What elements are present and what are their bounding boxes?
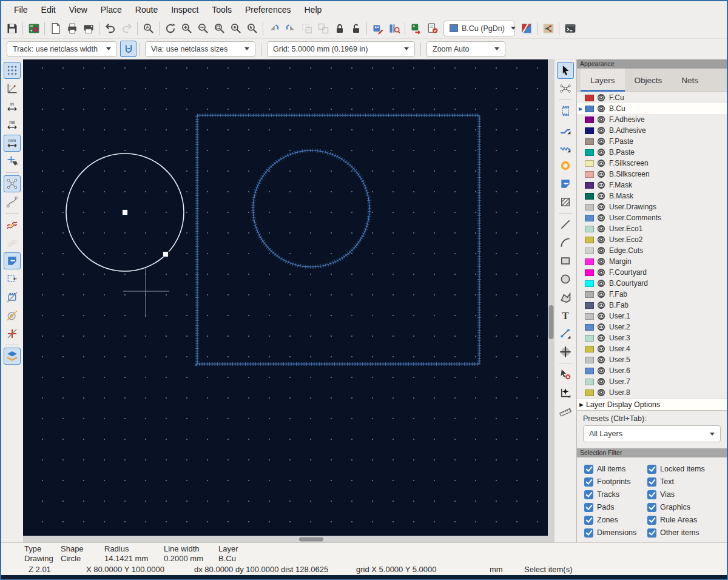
layer-row-user-drawings[interactable]: User.Drawings bbox=[577, 201, 727, 212]
visibility-eye-icon[interactable] bbox=[597, 366, 605, 375]
layer-color-swatch[interactable] bbox=[585, 357, 594, 363]
design-rules-check-button[interactable] bbox=[424, 20, 440, 36]
edit-handle-center[interactable] bbox=[123, 210, 128, 215]
visibility-eye-icon[interactable] bbox=[597, 301, 605, 309]
rotate-ccw-button[interactable] bbox=[266, 20, 282, 36]
zoom-in-button[interactable] bbox=[178, 20, 195, 36]
visibility-eye-icon[interactable] bbox=[597, 235, 605, 244]
visibility-eye-icon[interactable] bbox=[597, 388, 605, 397]
tab-layers[interactable]: Layers bbox=[581, 69, 625, 92]
crosshair-style-button[interactable] bbox=[4, 153, 21, 170]
visibility-eye-icon[interactable] bbox=[597, 126, 605, 135]
filter-checkbox-vias[interactable]: Vias bbox=[647, 489, 727, 500]
edit-footprint-button[interactable] bbox=[369, 20, 386, 36]
filter-checkbox-locked-items[interactable]: Locked items bbox=[647, 464, 727, 474]
layer-color-swatch[interactable] bbox=[585, 127, 594, 134]
layer-color-swatch[interactable] bbox=[585, 379, 594, 385]
tab-objects[interactable]: Objects bbox=[625, 69, 672, 92]
visibility-eye-icon[interactable] bbox=[597, 137, 605, 146]
layer-row-margin[interactable]: Margin bbox=[577, 256, 727, 267]
add-dimension-button[interactable] bbox=[557, 325, 574, 342]
board-setup-button[interactable] bbox=[25, 20, 42, 36]
layer-color-swatch[interactable] bbox=[585, 215, 594, 221]
active-layer-selector[interactable]: B.Cu (PgDn) bbox=[443, 21, 515, 36]
sketch-footprints-button[interactable] bbox=[4, 289, 21, 306]
sketch-pads-button[interactable] bbox=[4, 307, 21, 324]
show-ratsnest-button[interactable] bbox=[4, 175, 21, 192]
visibility-eye-icon[interactable] bbox=[597, 246, 605, 255]
layer-color-swatch[interactable] bbox=[585, 138, 594, 145]
plot-button[interactable] bbox=[80, 20, 96, 36]
layer-row-user-2[interactable]: User.2 bbox=[577, 322, 727, 332]
group-items-button[interactable] bbox=[298, 20, 315, 36]
visibility-eye-icon[interactable] bbox=[597, 224, 605, 233]
visibility-eye-icon[interactable] bbox=[597, 334, 605, 342]
sketch-vias-button[interactable] bbox=[4, 325, 21, 342]
visibility-eye-icon[interactable] bbox=[597, 356, 605, 364]
polar-coordinates-button[interactable]: r bbox=[4, 80, 21, 97]
layer-display-options-expander[interactable]: ▶ Layer Display Options bbox=[577, 399, 727, 410]
visibility-eye-icon[interactable] bbox=[597, 115, 605, 124]
add-target-button[interactable] bbox=[557, 343, 574, 360]
add-via-button[interactable] bbox=[557, 157, 574, 174]
zoom-out-button[interactable] bbox=[195, 20, 211, 36]
undo-button[interactable] bbox=[102, 20, 118, 36]
layer-row-b-fab[interactable]: B.Fab bbox=[577, 300, 727, 311]
add-arc-button[interactable] bbox=[557, 234, 574, 251]
visibility-eye-icon[interactable] bbox=[597, 268, 605, 277]
zoom-to-selection-button[interactable] bbox=[244, 20, 260, 36]
measure-button[interactable] bbox=[557, 402, 574, 419]
layer-color-swatch[interactable] bbox=[585, 182, 594, 189]
layer-color-swatch[interactable] bbox=[585, 258, 594, 265]
add-footprint-button[interactable] bbox=[557, 103, 574, 120]
menu-item-inspect[interactable]: Inspect bbox=[164, 2, 205, 17]
layer-color-swatch[interactable] bbox=[585, 335, 594, 342]
layer-row-b-courtyard[interactable]: B.Courtyard bbox=[577, 278, 727, 289]
filter-checkbox-graphics[interactable]: Graphics bbox=[647, 502, 727, 513]
vertical-scrollbar-handle[interactable] bbox=[549, 305, 554, 339]
layer-row-user-comments[interactable]: User.Comments bbox=[577, 212, 727, 223]
unlock-button[interactable] bbox=[348, 20, 364, 36]
filter-checkbox-text[interactable]: Text bbox=[647, 476, 727, 487]
filter-checkbox-footprints[interactable]: Footprints bbox=[584, 476, 647, 487]
toggle-layer-pair-button[interactable] bbox=[518, 20, 534, 36]
layer-row-f-fab[interactable]: F.Fab bbox=[577, 289, 727, 300]
layer-color-swatch[interactable] bbox=[585, 160, 594, 167]
horizontal-scrollbar-handle[interactable] bbox=[299, 538, 323, 542]
layer-color-swatch[interactable] bbox=[585, 269, 594, 276]
save-button[interactable] bbox=[4, 20, 20, 36]
route-differential-pairs-button[interactable] bbox=[557, 139, 574, 156]
refresh-view-button[interactable] bbox=[162, 20, 178, 36]
scripting-console-button[interactable] bbox=[562, 20, 578, 36]
visibility-eye-icon[interactable] bbox=[597, 214, 605, 222]
filter-checkbox-all-items[interactable]: All items bbox=[584, 464, 647, 474]
layer-color-swatch[interactable] bbox=[585, 280, 594, 287]
visibility-eye-icon[interactable] bbox=[597, 159, 605, 167]
visibility-eye-icon[interactable] bbox=[597, 290, 605, 298]
page-settings-button[interactable] bbox=[47, 20, 64, 36]
visibility-eye-icon[interactable] bbox=[597, 181, 605, 189]
track-width-selector[interactable]: Track: use netclass width bbox=[7, 41, 117, 57]
visibility-eye-icon[interactable] bbox=[597, 104, 605, 113]
auto-track-width-toggle[interactable] bbox=[120, 41, 136, 57]
visibility-eye-icon[interactable] bbox=[597, 257, 605, 266]
layer-color-swatch[interactable] bbox=[585, 171, 594, 178]
visibility-eye-icon[interactable] bbox=[597, 323, 605, 331]
layer-row-user-eco2[interactable]: User.Eco2 bbox=[577, 234, 727, 245]
layer-row-user-5[interactable]: User.5 bbox=[577, 354, 727, 365]
menu-item-route[interactable]: Route bbox=[129, 2, 164, 17]
visibility-eye-icon[interactable] bbox=[597, 148, 605, 157]
layer-row-user-6[interactable]: User.6 bbox=[577, 365, 727, 376]
layer-color-swatch[interactable] bbox=[585, 302, 594, 309]
filter-checkbox-other-items[interactable]: Other items bbox=[647, 527, 727, 538]
layer-row-b-silkscreen[interactable]: B.Silkscreen bbox=[577, 169, 727, 180]
layer-color-swatch[interactable] bbox=[585, 237, 594, 243]
curved-ratsnest-button[interactable] bbox=[4, 194, 21, 211]
add-line-button[interactable] bbox=[557, 216, 574, 233]
add-rule-area-button[interactable] bbox=[557, 194, 574, 211]
layer-row-user-7[interactable]: User.7 bbox=[577, 376, 727, 387]
show-grid-button[interactable] bbox=[4, 62, 21, 79]
vertical-scrollbar-track[interactable] bbox=[548, 59, 554, 536]
layer-row-f-silkscreen[interactable]: F.Silkscreen bbox=[577, 158, 727, 169]
add-filled-zone-button[interactable] bbox=[557, 175, 574, 192]
